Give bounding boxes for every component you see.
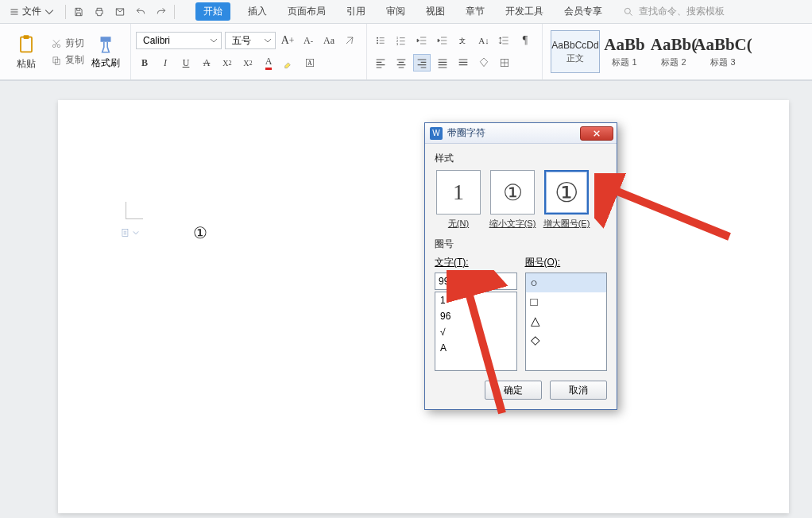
superscript-button[interactable]: X2	[218, 54, 236, 72]
tab-review[interactable]: 审阅	[383, 2, 408, 21]
change-case-button[interactable]: Aa	[320, 32, 338, 49]
shading-button[interactable]	[475, 54, 493, 72]
style-heading2[interactable]: AaBb( 标题 2	[649, 30, 698, 73]
app-logo-icon: W	[430, 127, 443, 140]
clipboard-group: 粘贴 剪切 复制 格式刷	[5, 24, 131, 79]
increase-indent-button[interactable]	[434, 32, 451, 49]
format-painter-label: 格式刷	[91, 56, 120, 70]
ok-button[interactable]: 确定	[485, 381, 542, 400]
text-input[interactable]	[435, 273, 517, 290]
list-item[interactable]: □	[526, 292, 607, 311]
menu-bar: 文件 开始 插入 页面布局 引用 审阅 视图 章节 开发工具 会员专享 查找命令…	[0, 0, 812, 24]
cut-icon	[51, 38, 62, 49]
decrease-indent-button[interactable]	[413, 32, 431, 49]
text-direction-button[interactable]: 文	[454, 32, 472, 49]
cut-button[interactable]: 剪切	[51, 37, 84, 50]
line-spacing-button[interactable]	[496, 32, 513, 49]
style-heading1[interactable]: AaBb 标题 1	[600, 30, 649, 73]
show-marks-button[interactable]: ¶	[516, 32, 534, 49]
text-options-list[interactable]: 1 96 √ A	[435, 292, 517, 371]
list-item[interactable]: 96	[435, 308, 516, 324]
align-right-button[interactable]	[413, 54, 431, 72]
paragraph-group: 123 文 A↓ ¶	[367, 24, 543, 79]
font-color-button[interactable]: A	[260, 54, 277, 72]
ribbon-tabs: 开始 插入 页面布局 引用 审阅 视图 章节 开发工具 会员专享	[195, 2, 605, 21]
italic-button[interactable]: I	[157, 54, 174, 72]
style-section-label: 样式	[435, 152, 607, 165]
grow-font-button[interactable]: A+	[279, 32, 296, 49]
svg-rect-1	[21, 37, 32, 52]
style-option-enlarge[interactable]: ① 增大圈号(E)	[543, 170, 590, 230]
tab-layout[interactable]: 页面布局	[284, 2, 329, 21]
tab-premium[interactable]: 会员专享	[561, 2, 605, 21]
redo-icon[interactable]	[155, 6, 168, 18]
bold-button[interactable]: B	[136, 54, 153, 72]
file-menu[interactable]: 文件	[5, 3, 59, 20]
tab-section[interactable]: 章节	[462, 2, 488, 21]
print-preview-icon[interactable]	[114, 6, 126, 18]
style-option-glyph: 1	[436, 170, 481, 215]
style-option-label: 缩小文字(S)	[489, 218, 536, 230]
distributed-button[interactable]	[454, 54, 472, 72]
dialog-title: 带圈字符	[447, 126, 485, 140]
cancel-button[interactable]: 取消	[550, 381, 607, 400]
document-workspace: ①	[0, 81, 812, 518]
svg-text:文: 文	[459, 37, 466, 44]
sort-button[interactable]: A↓	[475, 32, 493, 49]
paste-button[interactable]: 粘贴	[10, 33, 43, 71]
highlight-button[interactable]	[280, 54, 298, 72]
close-button[interactable]	[580, 126, 613, 141]
character-shading-button[interactable]: A	[301, 54, 319, 72]
align-justify-button[interactable]	[434, 54, 451, 72]
dialog-titlebar[interactable]: W 带圈字符	[425, 123, 617, 144]
dropdown-icon	[264, 37, 272, 44]
tab-view[interactable]: 视图	[423, 2, 448, 21]
font-name-value: Calibri	[143, 35, 170, 46]
clear-formatting-button[interactable]	[341, 32, 358, 49]
list-item[interactable]: √	[435, 324, 516, 340]
bullets-button[interactable]	[372, 32, 389, 49]
copy-button[interactable]: 复制	[51, 53, 84, 67]
close-icon	[593, 130, 601, 137]
document-page[interactable]: ①	[58, 100, 789, 513]
svg-rect-7	[101, 37, 111, 42]
print-icon[interactable]	[93, 6, 106, 18]
numbering-button[interactable]: 123	[392, 32, 410, 49]
enclosed-character-dialog: W 带圈字符 样式 1 无(N) ① 缩小文字(S) ① 增大圈号(E) 圈号	[424, 122, 617, 410]
save-icon[interactable]	[72, 6, 85, 18]
list-item[interactable]: ◇	[526, 331, 607, 350]
list-item[interactable]: A	[435, 340, 516, 356]
underline-button[interactable]: U	[177, 54, 195, 72]
tab-insert[interactable]: 插入	[245, 2, 270, 21]
dropdown-icon	[44, 7, 54, 17]
style-options: 1 无(N) ① 缩小文字(S) ① 增大圈号(E)	[435, 170, 607, 230]
list-item[interactable]: △	[526, 311, 607, 331]
style-option-none[interactable]: 1 无(N)	[435, 170, 482, 230]
list-item[interactable]: ○	[526, 273, 607, 292]
style-option-shrink[interactable]: ① 缩小文字(S)	[489, 170, 536, 230]
text-field-label: 文字(T):	[435, 256, 517, 269]
list-item[interactable]: 1	[435, 292, 516, 308]
outline-indicator-icon[interactable]	[120, 227, 139, 238]
subscript-button[interactable]: X2	[239, 54, 257, 72]
enclosure-options-list[interactable]: ○ □ △ ◇	[525, 273, 608, 371]
tab-references[interactable]: 引用	[343, 2, 369, 21]
borders-button[interactable]	[496, 54, 513, 72]
style-normal[interactable]: AaBbCcDd 正文	[551, 30, 600, 73]
font-group: Calibri 五号 A+ A- Aa B I U A X2 X2 A	[131, 24, 367, 79]
command-search[interactable]: 查找命令、搜索模板	[617, 2, 731, 21]
font-size-select[interactable]: 五号	[225, 32, 276, 49]
tab-developer[interactable]: 开发工具	[502, 2, 547, 21]
format-painter-button[interactable]: 格式刷	[89, 34, 122, 70]
svg-rect-2	[24, 35, 29, 39]
tab-start[interactable]: 开始	[195, 2, 230, 21]
style-heading3[interactable]: AaBbC( 标题 3	[698, 30, 748, 73]
styles-group: AaBbCcDd 正文 AaBb 标题 1 AaBb( 标题 2 AaBbC( …	[543, 24, 756, 79]
shrink-font-button[interactable]: A-	[300, 32, 317, 49]
align-center-button[interactable]	[392, 54, 410, 72]
font-name-select[interactable]: Calibri	[136, 32, 222, 49]
align-left-button[interactable]	[372, 54, 389, 72]
strikethrough-button[interactable]: A	[198, 54, 215, 72]
svg-rect-5	[53, 56, 58, 62]
undo-icon[interactable]	[134, 6, 147, 18]
